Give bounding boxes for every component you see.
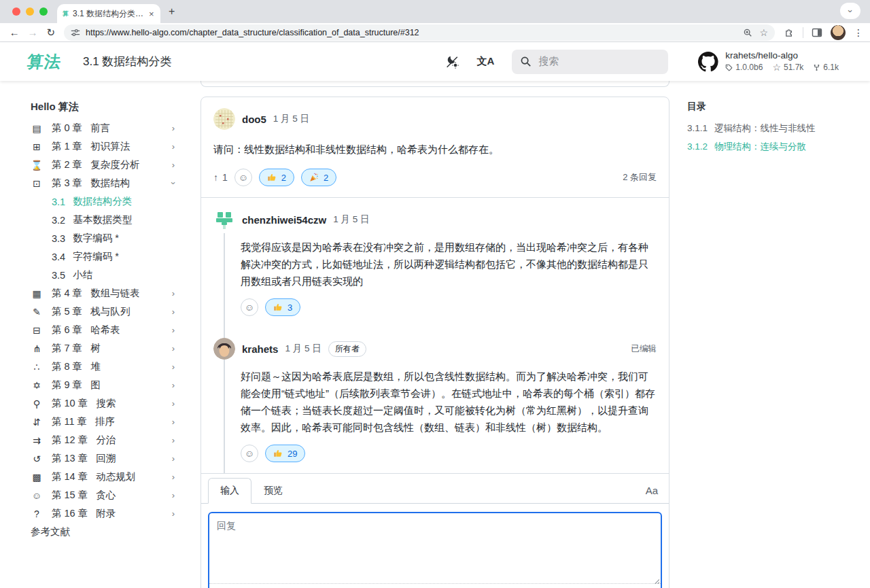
sidebar-item-3-5[interactable]: 3.5 小结 [31,266,201,284]
graph-icon: ✡ [31,380,43,391]
reaction-thumbs-up[interactable]: 3 [265,298,300,316]
comment-author[interactable]: chenzhiwei54czw [242,214,326,226]
add-reaction-button[interactable]: ☺ [234,169,252,186]
toc-item-3-1-2[interactable]: 3.1.2 物理结构：连续与分散 [687,137,870,156]
site-settings-icon[interactable] [71,28,80,37]
sidebar-item-chapter-0[interactable]: ▤ 第 0 章 前言 › [31,119,201,137]
chevron-right-icon: › [172,508,175,519]
comment-date[interactable]: 1 月 5 日 [273,113,309,125]
sidebar-item-chapter-4[interactable]: ▦ 第 4 章 数组与链表 › [31,284,201,302]
back-button[interactable]: ← [7,27,22,38]
sidebar-item-3-2[interactable]: 3.2 基本数据类型 [31,211,201,229]
comment-date[interactable]: 1 月 5 日 [333,213,369,226]
sidebar-item-chapter-6[interactable]: ⊟ 第 6 章 哈希表 › [31,321,201,339]
comment-date[interactable]: 1 月 5 日 [285,343,321,355]
sidebar-item-references[interactable]: 参考文献 [31,523,201,541]
upvote-button[interactable]: ↑ 1 [213,172,228,183]
sidebar-item-3-4[interactable]: 3.4 字符编码 * [31,247,201,266]
upvote-arrow-icon: ↑ [213,172,218,183]
github-repo-widget[interactable]: krahets/hello-algo 1.0.0b6 ☆ 51.7k 6.1k [698,50,839,73]
comment-author[interactable]: doo5 [242,114,266,125]
sidebar-item-chapter-15[interactable]: ☺ 第 15 章 贪心 › [31,486,201,504]
browser-menu-icon[interactable]: ⋮ [854,27,863,38]
smiley-icon: ☺ [239,172,248,183]
browser-toolbar: ← → ↻ https://www.hello-algo.com/chapter… [0,23,870,42]
tree-icon: ⋔ [31,343,43,354]
fork-icon [813,64,820,71]
chevron-right-icon: › [172,417,175,427]
reaction-party-popper[interactable]: 2 [301,169,336,186]
sidebar-item-3-1[interactable]: 3.1 数据结构分类 [31,192,201,211]
search-placeholder: 搜索 [538,55,559,68]
reaction-count: 2 [281,173,286,183]
text-format-button[interactable]: Aa [646,485,658,503]
sidebar-item-chapter-14[interactable]: ▩ 第 14 章 动态规划 › [31,468,201,486]
tab-title: 3.1 数据结构分类 - Hello 算法 [73,8,145,20]
replies-container: chenzhiwei54czw 1 月 5 日 我觉得应该是因为哈希表在没有冲突… [201,197,669,473]
window-controls[interactable] [12,7,48,16]
reload-button[interactable]: ↻ [43,27,58,39]
side-panel-icon[interactable] [812,27,822,38]
new-tab-button[interactable]: + [169,5,175,18]
page-title: 3.1 数据结构分类 [83,54,171,69]
language-switch-icon[interactable]: 文A [477,55,495,68]
comment-body: 好问题～这因为哈希表底层是数组，所以包含线性数据结构。而为了解决哈希冲突，我们可… [241,368,657,436]
tab-close-icon[interactable]: × [149,9,154,19]
sidebar-item-chapter-10[interactable]: ⚲ 第 10 章 搜索 › [31,394,201,413]
bookmark-star-icon[interactable]: ☆ [759,27,768,38]
resize-handle-icon[interactable] [654,578,659,584]
chevron-right-icon: › [172,472,175,482]
sidebar-item-chapter-5[interactable]: ✎ 第 5 章 栈与队列 › [31,302,201,321]
chevron-right-icon: › [172,288,175,298]
sidebar-item-chapter-1[interactable]: ⊞ 第 1 章 初识算法 › [31,137,201,156]
toolbar-divider [803,27,803,38]
avatar[interactable] [213,209,235,230]
reaction-thumbs-up[interactable]: 2 [259,169,294,186]
toc-title: 目录 [687,101,870,119]
minimize-window-button[interactable] [26,7,34,16]
sidebar-item-chapter-12[interactable]: ⇉ 第 12 章 分治 › [31,431,201,449]
avatar[interactable] [213,108,235,130]
maximize-window-button[interactable] [39,7,48,16]
stack-icon: ✎ [31,307,43,317]
chevron-right-icon: › [172,343,175,353]
thumbs-up-icon [273,302,283,312]
search-input[interactable]: 搜索 [512,50,668,74]
replies-count-label: 2 条回复 [623,171,657,184]
repo-forks: 6.1k [823,63,839,72]
sidebar-item-chapter-2[interactable]: ⌛ 第 2 章 复杂度分析 › [31,156,201,174]
reaction-thumbs-up[interactable]: 29 [265,445,305,462]
sidebar-item-chapter-3[interactable]: ⊡ 第 3 章 数据结构 › [31,174,201,192]
extensions-icon[interactable] [784,27,795,37]
avatar[interactable] [213,338,235,360]
upvote-count: 1 [222,172,228,183]
sidebar-site-title[interactable]: Hello 算法 [31,101,201,119]
add-reaction-button[interactable]: ☺ [241,298,258,316]
tab-write[interactable]: 输入 [208,478,251,504]
url-text[interactable]: https://www.hello-algo.com/chapter_data_… [86,28,737,37]
comment-author[interactable]: krahets [242,343,278,355]
sidebar-item-chapter-9[interactable]: ✡ 第 9 章 图 › [31,376,201,394]
textarea-footer: M↓ [209,583,661,588]
zoom-icon[interactable] [743,28,752,37]
edited-label: 已编辑 [631,343,657,355]
sidebar-item-chapter-11[interactable]: ⇵ 第 11 章 排序 › [31,413,201,431]
theme-toggle-icon[interactable] [445,54,459,69]
sidebar-item-chapter-13[interactable]: ↺ 第 13 章 回溯 › [31,449,201,468]
profile-avatar[interactable] [831,25,846,40]
toc-item-3-1-1[interactable]: 3.1.1 逻辑结构：线性与非线性 [687,119,870,137]
window-chevron-button[interactable]: › [840,3,860,19]
forward-button[interactable]: → [25,27,41,38]
browser-tab[interactable]: 算 3.1 数据结构分类 - Hello 算法 × [57,4,160,23]
reply-textarea[interactable]: 回复 M↓ [208,512,662,588]
add-reaction-button[interactable]: ☺ [241,445,258,462]
close-window-button[interactable] [12,7,20,16]
sidebar-item-chapter-7[interactable]: ⋔ 第 7 章 树 › [31,339,201,358]
sidebar-item-chapter-16[interactable]: ? 第 16 章 附录 › [31,504,201,523]
hello-algo-logo[interactable]: 算法 [26,51,62,73]
sidebar-item-chapter-8[interactable]: ∴ 第 8 章 堆 › [31,358,201,376]
sidebar-item-3-3[interactable]: 3.3 数字编码 * [31,229,201,247]
tab-preview[interactable]: 预览 [251,479,295,503]
address-bar[interactable]: https://www.hello-algo.com/chapter_data_… [64,24,775,41]
tag-icon [725,64,733,71]
